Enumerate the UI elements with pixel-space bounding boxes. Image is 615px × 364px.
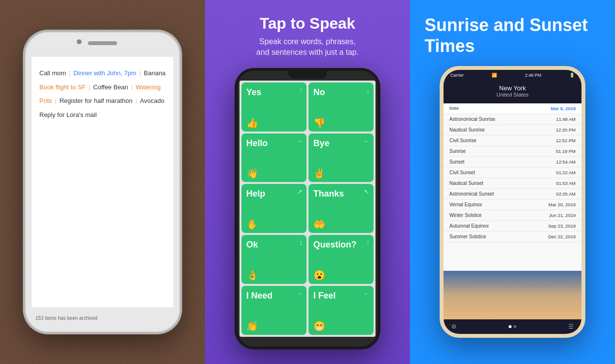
card-arrow: ↗: [297, 188, 303, 196]
note-segment: |: [131, 81, 133, 95]
word-card[interactable]: ↑Yes👍: [241, 83, 307, 132]
sun-table: Date Mar 8, 2019 Astronomical Sunrise11:…: [444, 103, 581, 271]
list-icon[interactable]: ☰: [568, 323, 574, 330]
note-segment: Coffee Bean: [93, 81, 128, 95]
sun-row: Civil Sunrise12:52 PM: [444, 135, 581, 146]
card-arrow: →: [296, 137, 303, 145]
sun-row-value: Mar 20, 2019: [548, 202, 576, 207]
note-segment: Register for half marathon: [59, 94, 132, 108]
status-time: 2:46 PM: [525, 73, 542, 78]
page-indicators: [509, 325, 516, 328]
card-emoji: 👋: [246, 167, 302, 179]
sun-row-label: Astronomical Sunrise: [449, 116, 495, 122]
word-card[interactable]: ←I Feel😁: [308, 286, 374, 335]
note-line: Call mom|Dinner with John, 7pm|Banana: [39, 66, 166, 81]
sun-row-label: Sunset: [449, 159, 464, 165]
sun-row: Civil Sunset01:22 AM: [444, 167, 581, 178]
card-arrow: ↑: [366, 239, 370, 247]
sun-row-value: 12:20 PM: [556, 127, 576, 132]
sun-row-value: 12:54 AM: [556, 159, 576, 165]
front-camera: [77, 39, 82, 44]
sunrise-title: Sunrise and Sunset Times: [425, 15, 600, 56]
card-emoji: 👌: [246, 269, 302, 281]
word-grid-screen: ↑Yes👍↓No👎→Hello👋←Bye✌️↗Help✋↖Thanks🤲↕Ok👌…: [239, 81, 376, 337]
card-label: Thanks: [313, 189, 369, 199]
sun-row-label: Nautical Sunrise: [449, 127, 485, 132]
phone-notch: [288, 71, 327, 79]
notes-content: Call mom|Dinner with John, 7pm|BananaBoo…: [32, 57, 173, 132]
card-arrow: ↖: [364, 188, 370, 196]
date-row: Date Mar 8, 2019: [444, 103, 581, 114]
status-wifi: 📶: [492, 73, 497, 78]
sun-row-value: Jun 21, 2019: [549, 213, 576, 218]
notes-screen: Call mom|Dinner with John, 7pm|BananaBoo…: [32, 57, 173, 307]
sun-screen: Carrier 📶 2:46 PM 🔋 New York United Stat…: [444, 70, 581, 334]
card-label: Ok: [246, 240, 302, 250]
date-value: Mar 8, 2019: [551, 106, 576, 111]
sun-row-label: Autumnal Equinox: [449, 223, 489, 229]
location-header: New York United States: [444, 81, 581, 103]
status-bar: Carrier 📶 2:46 PM 🔋: [444, 70, 581, 81]
note-segment: |: [88, 81, 90, 95]
card-arrow: ←: [363, 137, 370, 145]
word-card[interactable]: ←Bye✌️: [308, 133, 374, 182]
tap-to-speak-subtitle: Speak core words, phrases, and sentences…: [256, 36, 359, 58]
card-emoji: 👍: [246, 117, 302, 129]
note-segment: |: [55, 94, 56, 108]
word-card[interactable]: ↕Ok👌: [241, 235, 307, 284]
sun-row: Nautical Sunrise12:20 PM: [444, 125, 581, 135]
sun-row-label: Nautical Sunset: [449, 181, 483, 186]
note-line: Pots|Register for half marathon|Avocado: [39, 94, 166, 108]
carrier-text: Carrier: [450, 73, 464, 78]
word-card[interactable]: ↖Thanks🤲: [308, 184, 374, 233]
word-card[interactable]: ↑Question?😮: [308, 235, 374, 284]
gear-icon[interactable]: ⚙: [451, 323, 457, 330]
card-arrow: ↑: [299, 86, 303, 94]
word-card[interactable]: →Hello👋: [241, 133, 307, 182]
sun-row-value: 12:52 PM: [556, 138, 576, 143]
note-segment: Watering: [136, 81, 161, 95]
dot-1: [509, 325, 512, 328]
card-label: Question?: [313, 240, 369, 250]
note-segment: Banana: [144, 66, 166, 81]
card-emoji: 👎: [313, 117, 369, 129]
card-label: I Feel: [313, 291, 369, 301]
word-grid: ↑Yes👍↓No👎→Hello👋←Bye✌️↗Help✋↖Thanks🤲↕Ok👌…: [239, 81, 376, 337]
sun-row-label: Sunrise: [449, 149, 466, 154]
card-emoji: ✋: [246, 218, 302, 230]
sun-row: Summer SolsticeDec 22, 2019: [444, 232, 581, 242]
note-segment: |: [139, 66, 141, 81]
word-card[interactable]: →I Need👏: [241, 286, 307, 335]
card-emoji: 😁: [313, 320, 369, 332]
sun-row-label: Astronomical Sunset: [449, 191, 494, 197]
sun-row-value: 01:53 AM: [556, 181, 576, 186]
archive-text: 153 items has been archived: [35, 315, 98, 321]
sun-row: Sunset12:54 AM: [444, 157, 581, 167]
phone-2: ↑Yes👍↓No👎→Hello👋←Bye✌️↗Help✋↖Thanks🤲↕Ok👌…: [235, 68, 380, 349]
card-label: Yes: [246, 87, 302, 98]
sun-row: Autumnal EquinoxSep 23, 2019: [444, 221, 581, 232]
sun-row-value: Dec 22, 2019: [548, 234, 576, 239]
card-emoji: 👏: [246, 320, 302, 332]
card-emoji: 🤲: [313, 218, 369, 230]
country-name: United States: [450, 92, 575, 98]
sun-row-label: Vernal Equinox: [449, 202, 482, 207]
sun-row-value: 01:19 PM: [556, 149, 576, 154]
card-label: Hello: [246, 138, 302, 149]
word-card[interactable]: ↓No👎: [308, 83, 374, 132]
dot-2: [513, 325, 516, 328]
note-segment: Avocado: [140, 94, 164, 108]
note-segment: Dinner with John, 7pm: [73, 66, 136, 81]
word-card[interactable]: ↗Help✋: [241, 184, 307, 233]
note-line: Book flight to SF|Coffee Bean|Watering: [39, 81, 166, 95]
card-arrow: →: [296, 290, 303, 298]
panel-notes: Call mom|Dinner with John, 7pm|BananaBoo…: [0, 0, 205, 364]
sun-row-label: Civil Sunrise: [449, 138, 477, 143]
card-label: Help: [246, 189, 302, 199]
phone-1: Call mom|Dinner with John, 7pm|BananaBoo…: [25, 32, 180, 332]
panel-tap-to-speak: Tap to Speak Speak core words, phrases, …: [205, 0, 410, 364]
status-battery: 🔋: [569, 73, 575, 78]
note-segment: Reply for Lora's mail: [39, 108, 97, 122]
tap-to-speak-title: Tap to Speak: [260, 15, 356, 33]
card-arrow: ↓: [366, 86, 370, 94]
